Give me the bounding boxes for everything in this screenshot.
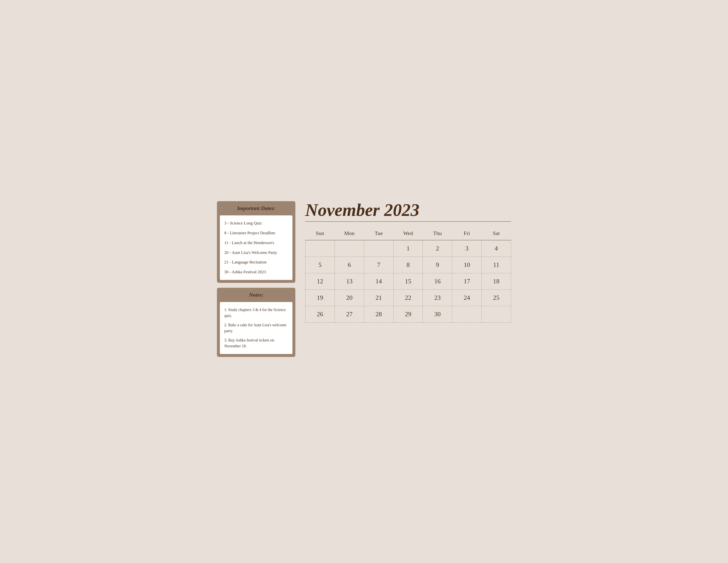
list-item: 30 - Ashka Festival 2023 <box>224 269 288 275</box>
calendar-day[interactable]: 6 <box>335 257 364 273</box>
calendar-grid: Sun Mon Tue Wed Thu Fri Sat 123456789101… <box>305 227 511 323</box>
notes-header: Notes: <box>217 288 295 302</box>
day-header-mon: Mon <box>335 227 364 240</box>
calendar-day[interactable]: 4 <box>482 240 511 257</box>
calendar-day[interactable]: 23 <box>423 290 452 306</box>
page-container: Important Dates: 3 - Science Long Quiz 8… <box>217 201 511 362</box>
list-item: 3 - Science Long Quiz <box>224 220 288 226</box>
calendar-day-empty <box>335 240 364 257</box>
list-item: 11 - Lunch at the Henderson's <box>224 240 288 246</box>
calendar-day[interactable]: 14 <box>364 273 393 290</box>
list-item: 2. Bake a cake for Aunt Lisa's welcome p… <box>224 322 288 334</box>
calendar-title: November 2023 <box>305 201 511 219</box>
calendar-week-row: 19202122232425 <box>305 290 511 306</box>
day-header-sat: Sat <box>482 227 511 240</box>
day-header-thu: Thu <box>423 227 452 240</box>
calendar-week-row: 1234 <box>305 240 511 257</box>
calendar-day[interactable]: 20 <box>335 290 364 306</box>
calendar-day[interactable]: 11 <box>482 257 511 273</box>
calendar-header-row: Sun Mon Tue Wed Thu Fri Sat <box>305 227 511 240</box>
calendar: November 2023 Sun Mon Tue Wed Thu Fri Sa… <box>305 201 511 323</box>
calendar-day[interactable]: 3 <box>452 240 482 257</box>
calendar-day[interactable]: 5 <box>305 257 335 273</box>
calendar-day[interactable]: 29 <box>393 306 423 323</box>
calendar-day[interactable]: 13 <box>335 273 364 290</box>
important-dates-title: Important Dates: <box>237 205 275 211</box>
calendar-day[interactable]: 7 <box>364 257 393 273</box>
calendar-day[interactable]: 17 <box>452 273 482 290</box>
list-item: 20 - Aunt Lisa's Welcome Party <box>224 250 288 255</box>
list-item: 1. Study chapters 3 & 4 for the Science … <box>224 307 288 319</box>
notes-section: Notes: 1. Study chapters 3 & 4 for the S… <box>217 288 295 357</box>
day-header-fri: Fri <box>452 227 482 240</box>
calendar-day[interactable]: 1 <box>393 240 423 257</box>
calendar-day[interactable]: 28 <box>364 306 393 323</box>
day-header-sun: Sun <box>305 227 335 240</box>
notes-body: 1. Study chapters 3 & 4 for the Science … <box>220 302 292 354</box>
calendar-day[interactable]: 27 <box>335 306 364 323</box>
calendar-day[interactable]: 25 <box>482 290 511 306</box>
calendar-day[interactable]: 18 <box>482 273 511 290</box>
important-dates-header: Important Dates: <box>217 201 295 215</box>
calendar-day[interactable]: 16 <box>423 273 452 290</box>
calendar-day[interactable]: 26 <box>305 306 335 323</box>
notes-list: 1. Study chapters 3 & 4 for the Science … <box>224 307 288 349</box>
calendar-day-empty <box>364 240 393 257</box>
calendar-day[interactable]: 15 <box>393 273 423 290</box>
important-dates-list: 3 - Science Long Quiz 8 - Literature Pro… <box>224 220 288 275</box>
calendar-day[interactable]: 21 <box>364 290 393 306</box>
calendar-divider <box>305 221 511 222</box>
calendar-day[interactable]: 30 <box>423 306 452 323</box>
calendar-day[interactable]: 8 <box>393 257 423 273</box>
calendar-day[interactable]: 22 <box>393 290 423 306</box>
notes-title: Notes: <box>249 292 264 298</box>
calendar-day[interactable]: 2 <box>423 240 452 257</box>
important-dates-section: Important Dates: 3 - Science Long Quiz 8… <box>217 201 295 283</box>
list-item: 21 - Language Recitation <box>224 259 288 265</box>
calendar-day[interactable]: 19 <box>305 290 335 306</box>
list-item: 8 - Literature Project Deadline <box>224 230 288 236</box>
calendar-week-row: 2627282930 <box>305 306 511 323</box>
calendar-week-row: 567891011 <box>305 257 511 273</box>
calendar-day-empty <box>482 306 511 323</box>
important-dates-body: 3 - Science Long Quiz 8 - Literature Pro… <box>220 215 292 280</box>
calendar-day[interactable]: 10 <box>452 257 482 273</box>
calendar-day[interactable]: 24 <box>452 290 482 306</box>
list-item: 3. Buy Ashka festival tickets on Novembe… <box>224 337 288 349</box>
calendar-week-row: 12131415161718 <box>305 273 511 290</box>
day-header-tue: Tue <box>364 227 393 240</box>
day-header-wed: Wed <box>393 227 423 240</box>
calendar-day-empty <box>452 306 482 323</box>
sidebar: Important Dates: 3 - Science Long Quiz 8… <box>217 201 295 362</box>
calendar-day[interactable]: 12 <box>305 273 335 290</box>
calendar-day[interactable]: 9 <box>423 257 452 273</box>
calendar-day-empty <box>305 240 335 257</box>
